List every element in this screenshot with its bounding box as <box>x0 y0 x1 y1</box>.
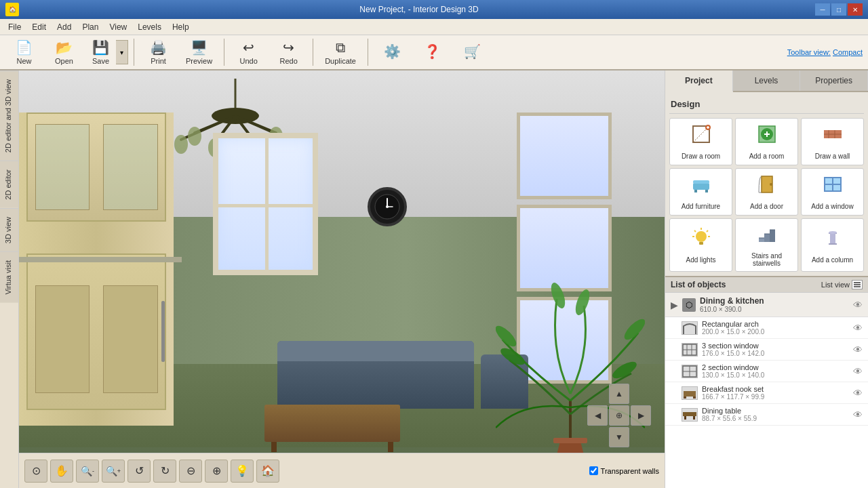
add-door-button[interactable]: Add a door <box>735 168 798 216</box>
save-dropdown[interactable]: ▾ <box>116 40 128 64</box>
tab-3d[interactable]: 3D view <box>0 208 18 251</box>
shop-button[interactable]: 🛒 <box>454 40 491 64</box>
draw-wall-icon <box>822 123 844 150</box>
panel-tabs: Project Levels Properties <box>665 70 868 92</box>
item-name-2win: 2 section window <box>702 363 849 371</box>
viewport-content: ▲ ◀ ⊕ ▶ ▼ <box>19 70 665 488</box>
svg-rect-77 <box>693 416 695 420</box>
move-left-button[interactable]: ◀ <box>587 405 608 426</box>
draw-room-label: Draw a room <box>682 152 720 160</box>
add-lights-icon <box>690 227 712 253</box>
home-button[interactable]: 🏠 <box>256 460 279 483</box>
duplicate-button[interactable]: ⧉ Duplicate <box>319 37 362 68</box>
move-down-button[interactable]: ▼ <box>609 427 629 447</box>
item-eye-breakfast[interactable]: 👁 <box>853 388 863 399</box>
window2-icon <box>682 365 698 378</box>
item-eye-arch[interactable]: 👁 <box>853 323 863 333</box>
orbit-alt-button[interactable]: ⊕ <box>205 460 228 483</box>
item-name-breakfast: Breakfast nook set <box>702 385 849 393</box>
transparent-walls-label: Transparent walls <box>601 467 659 475</box>
move-center-button[interactable]: ⊕ <box>609 405 629 426</box>
tab-2d[interactable]: 2D editor <box>0 161 18 208</box>
stairs-button[interactable]: Stairs and stairwells <box>735 218 798 272</box>
window3-icon <box>682 343 698 357</box>
rotate-left-button[interactable]: ↺ <box>127 460 151 483</box>
list-item-breakfast-nook[interactable]: Breakfast nook set 166.7 × 117.7 × 99.9 … <box>665 382 868 404</box>
add-furniture-button[interactable]: Add furniture <box>669 168 732 216</box>
tab-levels[interactable]: Levels <box>733 70 801 91</box>
open-icon: 📂 <box>56 39 73 56</box>
tab-virtual-visit[interactable]: Virtua visit <box>0 251 18 303</box>
item-name-dining: Dining table <box>702 407 849 415</box>
close-button[interactable]: ✕ <box>848 3 863 16</box>
settings-button[interactable]: ⚙️ <box>374 40 411 64</box>
menu-help[interactable]: Help <box>167 21 195 33</box>
item-size-arch: 200.0 × 15.0 × 200.0 <box>702 328 849 336</box>
save-icon: 💾 <box>92 39 109 56</box>
draw-wall-button[interactable]: Draw a wall <box>801 118 864 165</box>
add-lights-button[interactable]: Add lights <box>669 218 732 272</box>
window-controls: ─ □ ✕ <box>815 3 863 16</box>
object-group-dining-kitchen[interactable]: ▶ ⬡ Dining & kitchen 610.0 × 390.0 👁 <box>665 293 868 317</box>
svg-point-44 <box>770 183 772 186</box>
menu-plan[interactable]: Plan <box>77 21 104 33</box>
item-eye-3win[interactable]: 👁 <box>853 344 863 355</box>
lights-nav-button[interactable]: 💡 <box>231 460 254 483</box>
rotate-right-button[interactable]: ↻ <box>153 460 176 483</box>
tab-properties[interactable]: Properties <box>800 70 868 91</box>
svg-rect-73 <box>684 396 686 399</box>
toolbar-view: Toolbar view: Compact <box>787 48 863 56</box>
open-button[interactable]: 📂 Open <box>45 36 83 68</box>
undo-button[interactable]: ↩ Undo <box>230 36 267 68</box>
draw-room-button[interactable]: Draw a room <box>669 118 732 165</box>
move-right-button[interactable]: ▶ <box>631 405 651 426</box>
svg-rect-56 <box>764 234 770 242</box>
list-view-button[interactable]: List view <box>821 280 863 289</box>
zoom-out-button[interactable]: 🔍- <box>76 460 99 483</box>
item-eye-dining[interactable]: 👁 <box>853 409 863 420</box>
group-eye-icon[interactable]: 👁 <box>853 300 863 310</box>
separator-3 <box>313 39 313 66</box>
design-grid: Draw a room Add a room Draw a wall <box>669 118 864 272</box>
menu-file[interactable]: File <box>3 21 26 33</box>
list-item-rectangular-arch[interactable]: Rectangular arch 200.0 × 15.0 × 200.0 👁 <box>665 317 868 339</box>
new-button[interactable]: 📄 New <box>5 36 43 68</box>
add-room-button[interactable]: Add a room <box>735 118 798 165</box>
move-up-button[interactable]: ▲ <box>609 384 629 404</box>
object-group-icon-cube: ⬡ <box>682 298 696 312</box>
tab-2d-3d[interactable]: 2D editor and 3D view <box>0 70 18 161</box>
orbit-button[interactable]: ⊖ <box>179 460 202 483</box>
restore-button[interactable]: □ <box>831 3 846 16</box>
help-icon: ❓ <box>424 43 441 60</box>
item-eye-2win[interactable]: 👁 <box>853 366 863 377</box>
360-button[interactable]: ⊙ <box>24 460 47 483</box>
tab-project[interactable]: Project <box>665 70 733 92</box>
zoom-in-button[interactable]: 🔍+ <box>102 460 125 483</box>
add-column-icon <box>822 227 844 253</box>
redo-icon: ↪ <box>283 39 294 56</box>
pan-button[interactable]: ✋ <box>50 460 73 483</box>
menu-levels[interactable]: Levels <box>132 21 167 33</box>
preview-button[interactable]: 🖥️ Preview <box>180 36 218 68</box>
separator-4 <box>368 39 368 66</box>
redo-button[interactable]: ↪ Redo <box>270 36 307 68</box>
help-button[interactable]: ❓ <box>414 40 451 64</box>
add-window-button[interactable]: Add a window <box>801 168 864 216</box>
dining-table-icon <box>682 408 698 422</box>
add-column-button[interactable]: Add a column <box>801 218 864 272</box>
svg-point-24 <box>549 281 568 310</box>
transparent-walls-checkbox[interactable] <box>589 466 598 475</box>
nav-controls: ⊙ ✋ 🔍- 🔍+ ↺ ↻ ⊖ ⊕ 💡 🏠 Transparent walls <box>19 453 665 488</box>
list-view-label: List view <box>821 281 850 289</box>
save-button[interactable]: 💾 Save <box>85 36 116 68</box>
menu-add[interactable]: Add <box>52 21 77 33</box>
list-item-dining-table[interactable]: Dining table 88.7 × 55.6 × 55.9 👁 <box>665 404 868 426</box>
print-button[interactable]: 🖨️ Print <box>140 36 177 68</box>
menu-view[interactable]: View <box>104 21 132 33</box>
compact-link[interactable]: Compact <box>833 48 863 56</box>
list-item-3-section-window[interactable]: 3 section window 176.0 × 15.0 × 142.0 👁 <box>665 339 868 361</box>
minimize-button[interactable]: ─ <box>815 3 830 16</box>
list-item-2-section-window[interactable]: 2 section window 130.0 × 15.0 × 140.0 👁 <box>665 361 868 382</box>
menu-edit[interactable]: Edit <box>26 21 52 33</box>
add-furniture-icon <box>690 174 712 200</box>
